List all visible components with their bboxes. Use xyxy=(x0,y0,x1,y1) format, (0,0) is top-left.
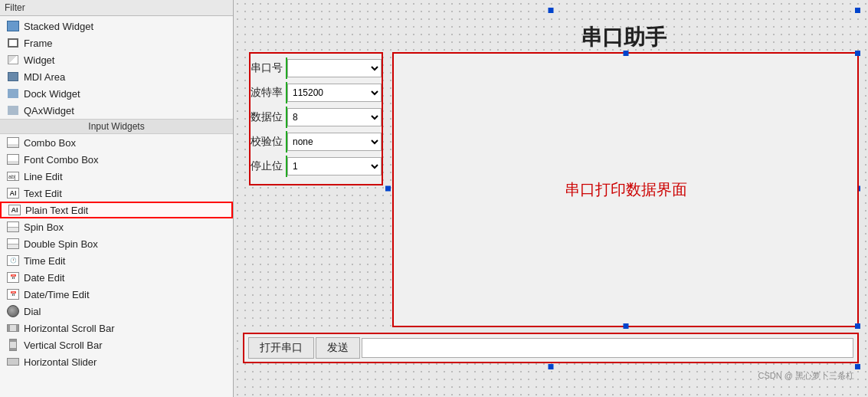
sidebar-item-label: Date/Time Edit xyxy=(24,289,90,300)
sidebar-item-qax-widget[interactable]: QAxWidget xyxy=(0,102,233,119)
serial-port-row: 串口号 COM1 COM2 xyxy=(251,57,382,79)
sidebar-item-label: Font Combo Box xyxy=(24,154,99,166)
input-widgets-section-header: Input Widgets xyxy=(0,119,233,134)
data-bits-select[interactable]: 8 7 6 5 xyxy=(287,108,382,126)
double-spin-box-icon xyxy=(6,238,20,250)
arrow-annotation xyxy=(228,202,233,218)
send-button[interactable]: 发送 xyxy=(316,337,360,359)
resize-handle-display-br[interactable] xyxy=(855,323,860,329)
sidebar-item-line-edit[interactable]: ab| Line Edit xyxy=(0,168,233,185)
sidebar-item-label: Stacked Widget xyxy=(24,21,93,32)
sidebar-item-font-combo-box[interactable]: Font Combo Box xyxy=(0,151,233,168)
open-serial-button[interactable]: 打开串口 xyxy=(248,337,314,359)
sidebar-item-label: Combo Box xyxy=(24,137,76,149)
hscroll-icon xyxy=(6,322,20,334)
parity-row: 校验位 none odd even xyxy=(251,131,382,153)
sidebar-item-label: Double Spin Box xyxy=(24,238,98,250)
plain-text-edit-icon: AI xyxy=(8,204,21,216)
baud-rate-select[interactable]: 115200 9600 38400 xyxy=(287,84,382,102)
resize-handle-bottom-right[interactable] xyxy=(855,364,860,369)
data-display-area: 串口打印数据界面 xyxy=(392,52,859,327)
sidebar-item-label: Vertical Scroll Bar xyxy=(24,340,103,351)
bottom-buttons-area: 打开串口 发送 xyxy=(243,333,859,363)
text-edit-icon: AI xyxy=(6,187,20,199)
sidebar-item-dial[interactable]: Dial xyxy=(0,303,233,320)
sidebar-item-label: Dial xyxy=(24,306,41,317)
time-edit-icon: 🕐 xyxy=(6,254,20,267)
resize-handle-config-right[interactable] xyxy=(385,186,391,192)
resize-handle-display-bottom[interactable] xyxy=(623,323,628,329)
parity-select[interactable]: none odd even xyxy=(287,133,382,151)
hslider-icon xyxy=(6,356,20,368)
sidebar-item-double-spin-box[interactable]: Double Spin Box xyxy=(0,235,233,252)
sidebar-item-spin-box[interactable]: Spin Box xyxy=(0,218,233,235)
sidebar-item-plain-text-edit[interactable]: AI Plain Text Edit xyxy=(0,202,233,218)
serial-port-select[interactable]: COM1 COM2 xyxy=(287,59,382,77)
sidebar-item-date-edit[interactable]: 📅 Date Edit xyxy=(0,269,233,286)
send-input-field[interactable] xyxy=(362,338,853,358)
baud-rate-label: 波特率 xyxy=(251,82,287,103)
line-edit-icon: ab| xyxy=(6,170,20,182)
data-display-text: 串口打印数据界面 xyxy=(565,179,687,200)
data-bits-label: 数据位 xyxy=(251,107,287,128)
stop-bits-label: 停止位 xyxy=(251,156,287,177)
combo-icon xyxy=(6,136,20,149)
right-panel: 串口助手 串口号 COM1 COM2 波特率 115200 xyxy=(234,0,868,397)
filter-bar: Filter xyxy=(0,0,233,16)
sidebar-item-mdi-area[interactable]: MDI Area xyxy=(0,68,233,85)
config-panel: 串口号 COM1 COM2 波特率 115200 9600 38400 xyxy=(249,52,383,185)
dial-icon xyxy=(6,305,20,317)
baud-rate-row: 波特率 115200 9600 38400 xyxy=(251,82,382,103)
sidebar-item-combo-box[interactable]: Combo Box xyxy=(0,134,233,151)
sidebar-item-vertical-scroll-bar[interactable]: Vertical Scroll Bar xyxy=(0,336,233,353)
resize-handle-top-right[interactable] xyxy=(855,8,860,13)
spin-box-icon xyxy=(6,221,20,233)
dock-icon xyxy=(6,87,20,100)
sidebar-item-horizontal-scroll-bar[interactable]: Horizontal Scroll Bar xyxy=(0,320,233,336)
filter-label: Filter xyxy=(5,2,25,13)
date-edit-icon: 📅 xyxy=(6,271,20,284)
stacked-icon xyxy=(6,20,20,32)
sidebar-item-label: QAxWidget xyxy=(24,105,74,116)
sidebar-item-label: Dock Widget xyxy=(24,88,80,100)
sidebar-item-datetime-edit[interactable]: 📅 Date/Time Edit xyxy=(0,286,233,303)
frame-icon xyxy=(6,37,20,49)
watermark: CSDN @ 黑心萝卜三条杠 xyxy=(758,370,854,382)
sidebar-item-label: Frame xyxy=(24,38,53,49)
left-panel: Filter Stacked Widget Frame Widget MDI xyxy=(0,0,234,397)
sidebar-item-label: Date Edit xyxy=(24,272,64,284)
datetime-edit-icon: 📅 xyxy=(6,288,20,300)
sidebar-item-label: Horizontal Slider xyxy=(24,356,97,368)
font-combo-icon xyxy=(6,153,20,166)
serial-port-label: 串口号 xyxy=(251,57,287,79)
data-bits-row: 数据位 8 7 6 5 xyxy=(251,107,382,128)
sidebar-item-time-edit[interactable]: 🕐 Time Edit xyxy=(0,252,233,269)
sidebar-item-label: Horizontal Scroll Bar xyxy=(24,323,115,334)
parity-label: 校验位 xyxy=(251,131,287,153)
qax-icon xyxy=(6,104,20,116)
vscroll-icon xyxy=(6,339,20,351)
resize-handle-display-tr[interactable] xyxy=(855,51,860,56)
resize-handle-display-tm[interactable] xyxy=(623,51,628,56)
mdi-icon xyxy=(6,71,20,83)
form-container: 串口助手 串口号 COM1 COM2 波特率 115200 xyxy=(241,8,860,369)
resize-handle-bottom[interactable] xyxy=(549,364,554,369)
sidebar-item-label: Text Edit xyxy=(24,188,62,199)
sidebar-item-label: Time Edit xyxy=(24,255,65,267)
sidebar-item-widget[interactable]: Widget xyxy=(0,51,233,68)
sidebar-item-text-edit[interactable]: AI Text Edit xyxy=(0,185,233,202)
sidebar-item-horizontal-slider[interactable]: Horizontal Slider xyxy=(0,353,233,370)
sidebar-item-label: Spin Box xyxy=(24,221,64,233)
sidebar-item-label: MDI Area xyxy=(24,71,65,83)
sidebar-item-frame[interactable]: Frame xyxy=(0,34,233,51)
sidebar-item-stacked-widget[interactable]: Stacked Widget xyxy=(0,18,233,34)
stop-bits-row: 停止位 1 1.5 2 xyxy=(251,156,382,177)
sidebar-item-label: Plain Text Edit xyxy=(25,205,88,216)
widget-list[interactable]: Stacked Widget Frame Widget MDI Area Doc… xyxy=(0,16,233,397)
stop-bits-select[interactable]: 1 1.5 2 xyxy=(287,157,382,176)
sidebar-item-dock-widget[interactable]: Dock Widget xyxy=(0,85,233,102)
designer-canvas: 串口助手 串口号 COM1 COM2 波特率 115200 xyxy=(241,8,860,383)
sidebar-item-label: Widget xyxy=(24,54,54,66)
widget-icon xyxy=(6,54,20,66)
sidebar-item-label: Line Edit xyxy=(24,171,63,182)
